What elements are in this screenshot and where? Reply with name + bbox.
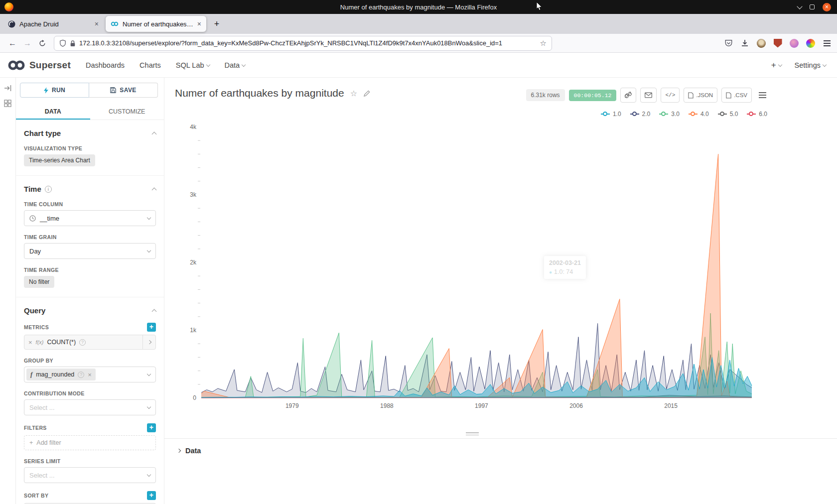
code-icon: </> [665, 92, 675, 98]
data-results-panel: Data [164, 438, 837, 504]
series-limit-label: SERIES LIMIT [24, 458, 156, 464]
settings-menu[interactable]: Settings [795, 61, 826, 69]
chevron-up-icon [152, 309, 157, 314]
chevron-up-icon [152, 188, 157, 193]
nav-dashboards[interactable]: Dashboards [86, 61, 125, 69]
series-limit-select[interactable]: Select ... [24, 467, 156, 483]
favorite-star-icon[interactable]: ☆ [350, 89, 357, 98]
legend-item-2.0[interactable]: 2.0 [630, 111, 651, 118]
edit-title-icon[interactable] [363, 90, 371, 97]
data-panel-header[interactable]: Data [164, 439, 837, 455]
pocket-icon[interactable] [723, 38, 733, 48]
group-by-chip[interactable]: f mag_rounded ? × [26, 369, 96, 380]
window-minimize-icon[interactable] [797, 3, 802, 9]
group-by-label: GROUP BY [24, 358, 156, 364]
section-time[interactable]: Time i [24, 185, 156, 193]
legend-item-1.0[interactable]: 1.0 [601, 111, 621, 118]
section-query[interactable]: Query [24, 306, 156, 315]
back-button[interactable]: ← [5, 36, 20, 50]
control-panel-scroll[interactable]: Chart type VISUALIZATION TYPE Time-serie… [16, 129, 164, 504]
ublock-icon[interactable] [773, 38, 783, 48]
legend-item-5.0[interactable]: 5.0 [718, 111, 738, 118]
window-maximize-icon[interactable] [810, 4, 815, 9]
url-bar[interactable]: 172.18.0.3:32108/superset/explore/?form_… [54, 36, 552, 51]
export-json-button[interactable]: .JSON [684, 88, 717, 103]
expand-panel-icon[interactable] [4, 85, 12, 92]
reload-icon [39, 40, 46, 47]
chevron-down-icon [778, 62, 782, 66]
collapsed-dataset-panel [0, 78, 16, 504]
tab-superset-explore[interactable]: Numer of earthquakes by × [106, 16, 206, 32]
chart-tooltip: 2002-03-21 ●1.0: 74 [544, 256, 586, 279]
time-column-select[interactable]: __time [24, 210, 156, 226]
legend-label: 2.0 [642, 111, 651, 118]
envelope-icon [645, 92, 652, 98]
lock-icon[interactable] [70, 40, 76, 47]
new-tab-button[interactable]: + [210, 17, 223, 30]
bookmark-star-icon[interactable]: ☆ [540, 39, 547, 48]
extension-pinwheel-icon[interactable] [806, 38, 816, 48]
export-csv-button[interactable]: .CSV [721, 88, 752, 103]
legend-item-4.0[interactable]: 4.0 [689, 111, 709, 118]
tab-close-icon[interactable]: × [197, 20, 201, 27]
downloads-icon[interactable] [740, 38, 750, 48]
superset-header: Superset Dashboards Charts SQL Lab Data … [0, 53, 837, 78]
panel-drag-handle[interactable] [466, 432, 479, 437]
chart-canvas[interactable]: 01k2k3k4k19791988199720062015 [178, 123, 756, 417]
nav-sql-lab[interactable]: SQL Lab [176, 61, 210, 69]
time-grain-select[interactable]: Day [24, 243, 156, 259]
chevron-down-icon [147, 249, 151, 252]
tab-data[interactable]: DATA [16, 104, 90, 120]
save-button[interactable]: SAVE [89, 83, 158, 98]
time-range-chip[interactable]: No filter [24, 276, 54, 288]
group-by-select[interactable]: f mag_rounded ? × [24, 367, 156, 382]
legend-marker-icon [718, 114, 727, 115]
svg-text:4k: 4k [190, 124, 197, 130]
chevron-down-icon [147, 473, 151, 477]
nav-data[interactable]: Data [225, 61, 246, 69]
tab-customize[interactable]: CUSTOMIZE [90, 104, 164, 120]
filters-label: FILTERS + [24, 423, 156, 432]
shield-icon[interactable] [59, 39, 66, 47]
legend-item-3.0[interactable]: 3.0 [659, 111, 680, 118]
privacy-badger-icon[interactable] [756, 38, 766, 48]
viz-type-chip[interactable]: Time-series Area Chart [24, 154, 95, 166]
contribution-mode-select[interactable]: Select ... [24, 399, 156, 415]
metric-count-pill[interactable]: × f(x) COUNT(*) ? [24, 335, 156, 350]
chevron-down-icon [147, 216, 151, 220]
browser-menu-icon[interactable] [822, 38, 832, 48]
reload-button[interactable] [35, 36, 50, 50]
new-item-button[interactable]: + [771, 60, 782, 70]
embed-code-button[interactable]: </> [661, 88, 680, 103]
chevron-down-icon [147, 372, 151, 376]
add-sort-by-button[interactable]: + [147, 491, 156, 500]
add-filter-button[interactable]: + [147, 423, 156, 432]
plus-icon: + [29, 439, 33, 446]
chart-menu-button[interactable] [756, 89, 769, 101]
legend-item-6.0[interactable]: 6.0 [747, 111, 767, 118]
legend-marker-icon [747, 114, 756, 115]
function-icon: f(x) [36, 339, 44, 345]
save-icon [110, 87, 116, 93]
add-metric-button[interactable]: + [147, 323, 156, 332]
remove-groupby-icon[interactable]: × [88, 371, 92, 378]
add-filter-dropzone[interactable]: + Add filter [24, 435, 156, 450]
email-button[interactable] [640, 88, 657, 103]
nav-charts[interactable]: Charts [140, 61, 161, 69]
account-avatar-icon[interactable] [789, 38, 799, 48]
window-close-icon[interactable]: × [823, 3, 831, 11]
svg-text:1979: 1979 [285, 402, 299, 409]
remove-metric-icon[interactable]: × [28, 339, 32, 346]
dataset-grid-icon[interactable] [4, 100, 11, 107]
section-chart-type[interactable]: Chart type [24, 129, 156, 137]
superset-brand[interactable]: Superset [7, 59, 71, 71]
url-text[interactable]: 172.18.0.3:32108/superset/explore/?form_… [79, 39, 537, 47]
metric-expand-button[interactable] [142, 335, 155, 349]
forward-button[interactable]: → [20, 36, 35, 50]
tab-apache-druid[interactable]: Apache Druid × [3, 16, 104, 32]
tab-close-icon[interactable]: × [95, 20, 99, 27]
run-button[interactable]: RUN [20, 83, 89, 98]
chevron-down-icon [206, 62, 210, 66]
browser-toolbar: ← → 172.18.0.3:32108/superset/explore/?f… [0, 34, 837, 53]
copy-link-button[interactable] [620, 88, 636, 103]
